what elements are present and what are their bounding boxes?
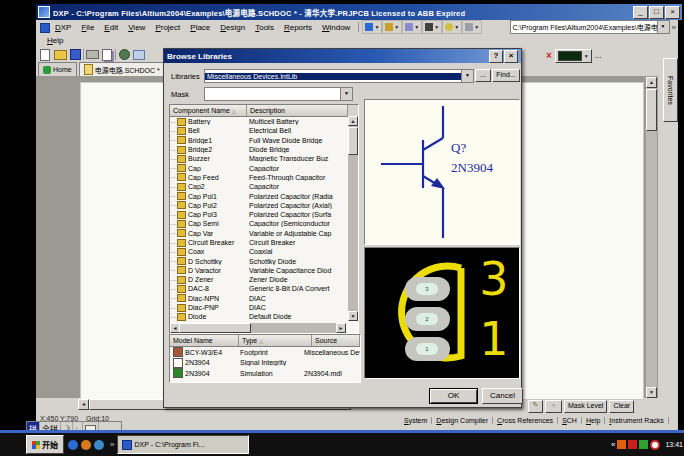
component-list-vscrollbar[interactable]: ▲ ▼ xyxy=(348,116,358,321)
color-swatch-dropdown[interactable]: ▼ xyxy=(555,49,592,63)
media-player-icon[interactable] xyxy=(81,440,91,450)
internet-explorer-icon[interactable] xyxy=(68,440,78,450)
chevron-down-icon[interactable]: ▼ xyxy=(461,70,473,82)
menu-item-help[interactable]: Help xyxy=(42,35,68,46)
component-row[interactable]: — Battery Multicell Battery xyxy=(170,117,346,126)
tab-home[interactable]: Home xyxy=(38,62,77,76)
chevron-down-icon[interactable]: ▼ xyxy=(657,21,669,33)
power-tools-button[interactable]: ▼ xyxy=(422,20,442,34)
component-row[interactable]: — Bridge1 Full Wave Diode Bridge xyxy=(170,136,346,145)
library-tools-button[interactable]: ▼ xyxy=(462,20,482,34)
favorites-panel-tab[interactable]: Favorites xyxy=(663,58,678,122)
undo-button[interactable] xyxy=(132,48,146,61)
component-row[interactable]: — Coax Coaxial xyxy=(170,247,346,256)
tray-icon-red[interactable] xyxy=(628,440,637,449)
panel-button[interactable]: Help xyxy=(582,417,605,424)
taskbar-app-button[interactable]: DXP - C:\Program Fi... xyxy=(117,435,249,454)
menu-item[interactable]: View xyxy=(123,22,150,33)
component-row[interactable]: — Diode Default Diode xyxy=(170,312,346,321)
vscroll-thumb[interactable] xyxy=(646,89,657,131)
component-row[interactable]: — Cap Capacitor xyxy=(170,163,346,172)
tray-icon-green[interactable] xyxy=(639,440,648,449)
component-row[interactable]: — Cap Var Variable or Adjustable Cap xyxy=(170,229,346,238)
column-description[interactable]: Description xyxy=(247,105,348,116)
scroll-right-icon[interactable]: ► xyxy=(336,323,346,333)
print-button[interactable] xyxy=(85,48,99,61)
dialog-close-button[interactable]: × xyxy=(504,50,518,63)
component-row[interactable]: — Cap Pol2 Polarized Capacitor (Axial) xyxy=(170,201,346,210)
model-row[interactable]: 2N3904 Simulation 2N3904.mdl xyxy=(170,368,360,379)
component-row[interactable]: — Cap Feed Feed-Through Capacitor xyxy=(170,173,346,182)
vscroll-thumb[interactable] xyxy=(348,127,358,155)
component-row[interactable]: — Circuit Breaker Circuit Breaker xyxy=(170,238,346,247)
column-source[interactable]: Source xyxy=(312,335,360,346)
component-row[interactable]: — Bridge2 Diode Bridge xyxy=(170,145,346,154)
menu-item[interactable]: Tools xyxy=(250,22,279,33)
tray-icon-virus-scan[interactable] xyxy=(650,440,660,450)
tab-document[interactable]: 电源电路.SCHDOC * xyxy=(79,62,165,76)
mask-level-button[interactable]: Mask Level xyxy=(564,400,607,413)
component-row[interactable]: — D Varactor Variable Capacitance Diod xyxy=(170,266,346,275)
model-row[interactable]: 2N3904 Signal Integrity xyxy=(170,358,360,369)
dialog-titlebar[interactable]: Browse Libraries ? × xyxy=(164,49,521,63)
scroll-up-icon[interactable]: ▲ xyxy=(348,116,358,126)
menubar-overflow-chevron[interactable]: » xyxy=(670,23,678,32)
dialog-help-button[interactable]: ? xyxy=(489,50,503,63)
menu-item[interactable]: Window xyxy=(317,22,355,33)
scroll-down-icon[interactable]: ▼ xyxy=(646,387,657,398)
menu-item[interactable]: File xyxy=(76,22,99,33)
show-desktop-icon[interactable] xyxy=(94,440,104,450)
panel-button[interactable]: Design Compiler xyxy=(432,417,493,424)
component-row[interactable]: — D Zener Zener Diode xyxy=(170,275,346,284)
print-preview-button[interactable] xyxy=(100,48,114,61)
scroll-up-icon[interactable]: ▲ xyxy=(646,77,657,88)
close-x-icon[interactable]: × xyxy=(546,50,552,61)
grid-tools-button[interactable]: ▼ xyxy=(442,20,462,34)
panel-button[interactable]: System xyxy=(400,417,432,424)
component-row[interactable]: — Bell Electrical Bell xyxy=(170,126,346,135)
menu-item[interactable]: Edit xyxy=(99,22,123,33)
save-button[interactable] xyxy=(68,48,82,61)
component-row[interactable]: — DAC-8 Generic 8-Bit D/A Convert xyxy=(170,284,346,293)
maximize-button[interactable]: □ xyxy=(649,6,664,19)
menu-item[interactable]: Place xyxy=(185,22,215,33)
libraries-combo[interactable]: Miscellaneous Devices.IntLib ▼ xyxy=(204,69,474,83)
column-model-name[interactable]: Model Name xyxy=(170,335,239,346)
mask-combo[interactable]: ▼ xyxy=(204,87,353,101)
tray-chevron[interactable]: « xyxy=(611,440,615,449)
menu-item[interactable]: Reports xyxy=(279,22,317,33)
app-titlebar[interactable]: DXP - C:\Program Files\Altium2004\Exampl… xyxy=(36,4,682,20)
editor-vscrollbar[interactable]: ▲ ▼ xyxy=(646,77,657,398)
chevron-down-icon[interactable]: ▼ xyxy=(340,88,352,100)
wiring-tools-button[interactable]: ▼ xyxy=(362,20,382,34)
scroll-down-icon[interactable]: ▼ xyxy=(348,311,358,321)
panel-button[interactable]: SCH xyxy=(558,417,582,424)
tray-icon-orange[interactable] xyxy=(617,440,626,449)
menu-item[interactable]: Project xyxy=(150,22,185,33)
drawing-tools-button[interactable]: ▼ xyxy=(382,20,402,34)
clear-button[interactable]: Clear xyxy=(609,400,634,413)
ok-button[interactable]: OK xyxy=(429,388,478,404)
hscroll-thumb[interactable] xyxy=(179,323,251,333)
menu-item[interactable]: DXP xyxy=(50,22,76,33)
new-document-button[interactable] xyxy=(38,48,52,61)
component-row[interactable]: — Cap Semi Capacitor (Semiconductor xyxy=(170,219,346,228)
find-button[interactable]: Find... xyxy=(492,69,520,82)
component-row[interactable]: — Diac-PNP DIAC xyxy=(170,303,346,312)
menu-item[interactable]: Design xyxy=(215,22,250,33)
close-button[interactable]: × xyxy=(665,6,680,19)
address-combo[interactable]: C:\Program Files\Altium2004\Examples\电源电… xyxy=(510,20,670,34)
panel-button[interactable]: Instrument Racks xyxy=(605,417,668,424)
quicklaunch-chevron[interactable]: » xyxy=(110,440,114,449)
more-options-button[interactable]: ... xyxy=(595,51,602,60)
component-row[interactable]: — Cap Pol3 Polarized Capacitor (Surfa xyxy=(170,210,346,219)
component-row[interactable]: — Diac-NPN DIAC xyxy=(170,294,346,303)
minimize-button[interactable]: _ xyxy=(633,6,648,19)
scroll-left-icon[interactable]: ◄ xyxy=(78,399,89,410)
component-row[interactable]: — Buzzer Magnetic Transducer Buz xyxy=(170,154,346,163)
model-row[interactable]: BCY-W3/E4 Footprint Miscellaneous Devic xyxy=(170,347,360,358)
snap-grid-icon[interactable]: ⁘ xyxy=(545,400,562,413)
alignment-tools-button[interactable]: ▼ xyxy=(402,20,422,34)
start-button[interactable]: 开始 xyxy=(26,435,64,454)
column-type[interactable]: Type △ xyxy=(239,335,312,346)
